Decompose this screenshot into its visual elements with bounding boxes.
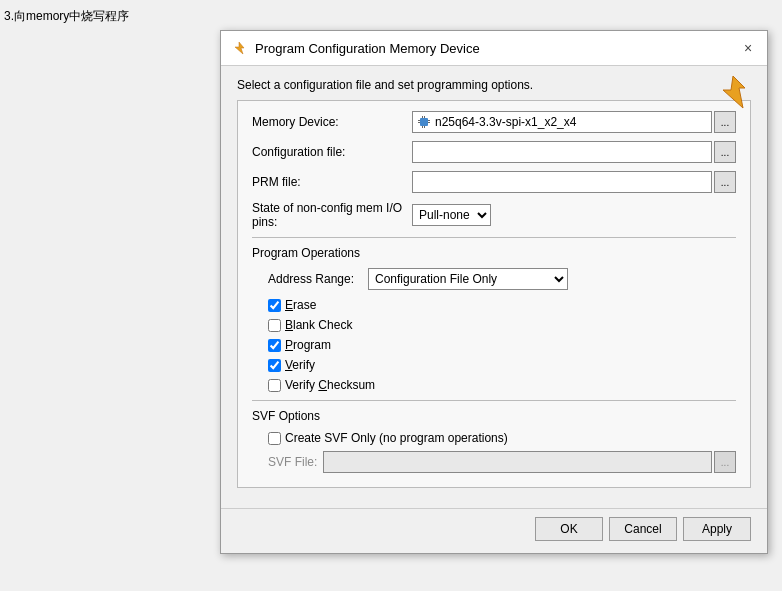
svf-options-section: SVF Options Create SVF Only (no program … <box>252 409 736 473</box>
address-range-select[interactable]: Configuration File Only Start and End of… <box>368 268 568 290</box>
address-range-row: Address Range: Configuration File Only S… <box>268 268 736 290</box>
prm-file-label: PRM file: <box>252 175 412 189</box>
verify-checksum-checkbox[interactable] <box>268 379 281 392</box>
brand-logo <box>715 74 751 110</box>
svf-options-title: SVF Options <box>252 409 736 423</box>
address-range-label: Address Range: <box>268 272 368 286</box>
program-checkbox-row: Program <box>268 338 736 352</box>
dialog-subtitle: Select a configuration file and set prog… <box>237 78 533 92</box>
verify-checksum-checkbox-row: Verify Checksum <box>268 378 736 392</box>
cancel-button[interactable]: Cancel <box>609 517 677 541</box>
program-operations-section: Program Operations Address Range: Config… <box>252 246 736 392</box>
svg-rect-8 <box>424 116 425 118</box>
svf-file-label: SVF File: <box>268 455 323 469</box>
erase-label: Erase <box>285 298 316 312</box>
svg-rect-2 <box>420 118 428 126</box>
config-file-input[interactable] <box>412 141 712 163</box>
state-select[interactable]: Pull-none Pull-up Pull-down Float <box>412 204 491 226</box>
svg-rect-5 <box>428 120 430 121</box>
svg-marker-1 <box>723 76 745 108</box>
memory-device-label: Memory Device: <box>252 115 412 129</box>
apply-button[interactable]: Apply <box>683 517 751 541</box>
ok-button[interactable]: OK <box>535 517 603 541</box>
dialog-title: Program Configuration Memory Device <box>255 41 480 56</box>
create-svf-row: Create SVF Only (no program operations) <box>252 431 736 445</box>
verify-checkbox-row: Verify <box>268 358 736 372</box>
svf-file-input[interactable] <box>323 451 712 473</box>
verify-checksum-label: Verify Checksum <box>285 378 375 392</box>
config-file-browse-button[interactable]: ... <box>714 141 736 163</box>
verify-checkbox[interactable] <box>268 359 281 372</box>
svf-file-browse-button[interactable]: ... <box>714 451 736 473</box>
program-label: Program <box>285 338 331 352</box>
close-button[interactable]: × <box>739 39 757 57</box>
chip-icon <box>417 115 431 129</box>
prm-file-row: PRM file: ... <box>252 171 736 193</box>
svg-rect-7 <box>422 116 423 118</box>
desktop-label: 3.向memory中烧写程序 <box>4 8 129 25</box>
state-label: State of non-config mem I/O pins: <box>252 201 412 229</box>
program-operations-body: Address Range: Configuration File Only S… <box>252 268 736 392</box>
dialog-footer: OK Cancel Apply <box>221 508 767 553</box>
svg-rect-4 <box>418 122 420 123</box>
create-svf-checkbox[interactable] <box>268 432 281 445</box>
svg-rect-6 <box>428 122 430 123</box>
svg-rect-3 <box>418 120 420 121</box>
blank-check-label: Blank Check <box>285 318 352 332</box>
memory-device-text: n25q64-3.3v-spi-x1_x2_x4 <box>435 115 576 129</box>
erase-checkbox[interactable] <box>268 299 281 312</box>
title-bar-left: Program Configuration Memory Device <box>231 40 480 56</box>
dialog-window: Program Configuration Memory Device × Se… <box>220 30 768 554</box>
erase-checkbox-row: Erase <box>268 298 736 312</box>
state-row: State of non-config mem I/O pins: Pull-n… <box>252 201 736 229</box>
program-checkbox[interactable] <box>268 339 281 352</box>
config-file-row: Configuration file: ... <box>252 141 736 163</box>
blank-check-checkbox[interactable] <box>268 319 281 332</box>
svf-file-row: SVF File: ... <box>252 451 736 473</box>
memory-device-browse-button[interactable]: ... <box>714 111 736 133</box>
memory-device-value: n25q64-3.3v-spi-x1_x2_x4 <box>412 111 712 133</box>
create-svf-label: Create SVF Only (no program operations) <box>285 431 508 445</box>
svg-rect-9 <box>422 126 423 128</box>
prm-file-browse-button[interactable]: ... <box>714 171 736 193</box>
settings-section: Memory Device: <box>237 100 751 488</box>
app-icon <box>231 40 247 56</box>
blank-check-checkbox-row: Blank Check <box>268 318 736 332</box>
memory-device-row: Memory Device: <box>252 111 736 133</box>
memory-device-field: n25q64-3.3v-spi-x1_x2_x4 ... <box>412 111 736 133</box>
svg-marker-0 <box>235 42 244 54</box>
verify-label: Verify <box>285 358 315 372</box>
dialog-body: Select a configuration file and set prog… <box>221 66 767 508</box>
title-bar: Program Configuration Memory Device × <box>221 31 767 66</box>
svg-rect-10 <box>424 126 425 128</box>
program-operations-title: Program Operations <box>252 246 736 260</box>
prm-file-input[interactable] <box>412 171 712 193</box>
config-file-label: Configuration file: <box>252 145 412 159</box>
